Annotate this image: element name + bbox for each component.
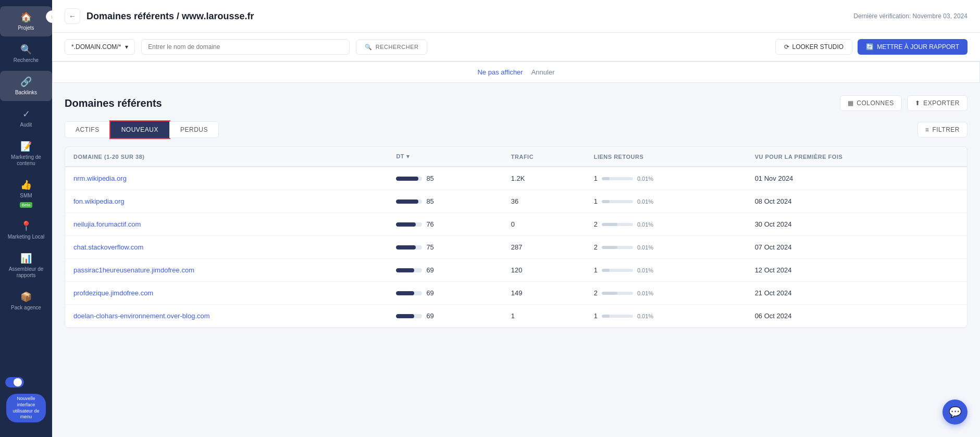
sidebar-item-smm[interactable]: 👍 SMM Beta [0, 174, 52, 213]
looker-studio-button[interactable]: ⟳ LOOKER STUDIO [775, 39, 853, 55]
dt-cell: 75 [388, 236, 502, 259]
domain-link[interactable]: passirac1heureusenature.jimdofree.com [73, 266, 194, 274]
columns-icon: ▦ [848, 99, 854, 107]
liens-count: 1 [594, 312, 598, 320]
sidebar-item-recherche[interactable]: 🔍 Recherche [0, 39, 52, 69]
last-check: Dernière vérification: Novembre 03, 2024 [853, 13, 967, 20]
export-icon: ⬆ [915, 99, 921, 107]
sidebar-item-marketing-contenu[interactable]: 📝 Marketing de contenu [0, 135, 52, 172]
trafic-cell: 120 [503, 259, 586, 282]
domain-link[interactable]: profdezique.jimdofree.com [73, 289, 153, 297]
tab-nouveaux[interactable]: NOUVEAUX [110, 121, 169, 138]
col-liens-retours: LIENS RETOURS [586, 147, 747, 167]
domain-cell: profdezique.jimdofree.com [65, 282, 388, 305]
dt-bar [396, 314, 414, 318]
dt-bar [396, 291, 414, 295]
col-dt[interactable]: DT ▾ [388, 147, 502, 167]
back-button[interactable]: ← [65, 8, 80, 24]
domain-link[interactable]: nrm.wikipedia.org [73, 174, 127, 182]
liens-count: 1 [594, 266, 598, 274]
domain-search-input[interactable] [141, 39, 350, 55]
domain-link[interactable]: neilujia.forumactif.com [73, 220, 141, 228]
sidebar-item-label: Pack agence [11, 305, 41, 311]
liens-pct: 0.01% [637, 290, 653, 296]
trafic-cell: 1.2K [503, 167, 586, 190]
sidebar-item-label: SMM [20, 193, 32, 199]
sidebar-item-label: Marketing de contenu [3, 154, 49, 167]
section-header: Domaines référents ▦ COLONNES ⬆ EXPORTER [65, 95, 967, 111]
domain-link[interactable]: chat.stackoverflow.com [73, 243, 143, 251]
dt-value: 85 [426, 197, 433, 205]
domains-table-container: DOMAINE (1-20 SUR 38) DT ▾ TRAFIC LIENS … [65, 146, 967, 328]
dt-bar-container [396, 291, 422, 295]
columns-button[interactable]: ▦ COLONNES [840, 95, 902, 111]
domain-link[interactable]: doelan-clohars-environnement.over-blog.c… [73, 312, 210, 320]
section-actions: ▦ COLONNES ⬆ EXPORTER [840, 95, 967, 111]
links-bar [602, 200, 610, 203]
sidebar-item-label: Marketing Local [8, 234, 45, 240]
dt-bar-container [396, 199, 422, 204]
annuler-link[interactable]: Annuler [531, 68, 555, 76]
trafic-cell: 36 [503, 190, 586, 213]
toolbar-right: ⟳ LOOKER STUDIO 🔄 METTRE À JOUR RAPPORT [775, 39, 967, 55]
date-cell: 12 Oct 2024 [747, 259, 967, 282]
dt-value: 69 [426, 312, 433, 320]
tab-perdus[interactable]: PERDUS [169, 121, 219, 138]
dt-bar [396, 222, 416, 227]
dt-value: 85 [426, 174, 433, 182]
tab-actifs[interactable]: ACTIFS [65, 121, 110, 138]
table-row: passirac1heureusenature.jimdofree.com 69… [65, 259, 967, 282]
domain-cell: nrm.wikipedia.org [65, 167, 388, 190]
sidebar-item-label: Audit [20, 122, 32, 128]
domain-cell: doelan-clohars-environnement.over-blog.c… [65, 305, 388, 328]
page-title: Domaines référents / www.larousse.fr [86, 11, 254, 22]
sidebar-item-marketing-local[interactable]: 📍 Marketing Local [0, 215, 52, 245]
liens-retours-cell: 1 0.01% [586, 190, 747, 213]
dt-bar [396, 245, 416, 249]
liens-count: 1 [594, 174, 598, 182]
dt-cell: 85 [388, 167, 502, 190]
domain-link[interactable]: fon.wikipedia.org [73, 197, 125, 205]
sidebar-item-backlinks[interactable]: 🔗 Backlinks [0, 71, 52, 101]
dt-value: 69 [426, 289, 433, 297]
dt-bar-container [396, 245, 422, 249]
liens-pct: 0.01% [637, 176, 653, 182]
sidebar-item-projets[interactable]: 🏠 Projets [0, 6, 52, 36]
report-icon: 📊 [20, 253, 32, 264]
home-icon: 🏠 [20, 11, 32, 23]
table-row: nrm.wikipedia.org 85 1.2K 1 0.01% 01 Nov… [65, 167, 967, 190]
dt-bar [396, 199, 418, 204]
liens-retours-cell: 1 0.01% [586, 259, 747, 282]
tabs: ACTIFS NOUVEAUX PERDUS [65, 121, 219, 138]
links-bar [602, 177, 610, 180]
notification-bar: Ne pas afficher Annuler [52, 61, 980, 83]
toolbar: *.DOMAIN.COM/* ▾ 🔍 RECHERCHER ⟳ LOOKER S… [52, 33, 980, 61]
dt-bar [396, 268, 414, 272]
chat-bubble[interactable]: 💬 [942, 399, 967, 424]
links-bar-container [602, 315, 633, 318]
dt-cell: 69 [388, 282, 502, 305]
export-button[interactable]: ⬆ EXPORTER [907, 95, 967, 111]
search-button[interactable]: 🔍 RECHERCHER [356, 40, 427, 55]
new-interface-btn[interactable]: Nouvelle interface utilisateur de menu [6, 394, 46, 422]
pack-icon: 📦 [20, 291, 32, 303]
smm-icon: 👍 [20, 179, 32, 191]
sidebar-item-assembleur[interactable]: 📊 Assembleur de rapports [0, 247, 52, 284]
domain-cell: passirac1heureusenature.jimdofree.com [65, 259, 388, 282]
table-header-row: DOMAINE (1-20 SUR 38) DT ▾ TRAFIC LIENS … [65, 147, 967, 167]
filter-button[interactable]: ≡ FILTRER [917, 122, 967, 138]
links-bar-container [602, 292, 633, 295]
search-icon: 🔍 [365, 44, 373, 51]
interface-toggle[interactable] [5, 377, 24, 388]
links-bar-container [602, 269, 633, 272]
sidebar: › 🏠 Projets 🔍 Recherche 🔗 Backlinks ✓ Au… [0, 0, 52, 437]
liens-pct: 0.01% [637, 221, 653, 228]
domain-filter-select[interactable]: *.DOMAIN.COM/* ▾ [65, 39, 135, 55]
liens-pct: 0.01% [637, 244, 653, 251]
ne-pas-afficher-link[interactable]: Ne pas afficher [477, 68, 523, 76]
update-report-button[interactable]: 🔄 METTRE À JOUR RAPPORT [858, 39, 967, 55]
date-cell: 08 Oct 2024 [747, 190, 967, 213]
table-row: profdezique.jimdofree.com 69 149 2 0.01%… [65, 282, 967, 305]
sidebar-item-pack-agence[interactable]: 📦 Pack agence [0, 286, 52, 316]
sidebar-item-audit[interactable]: ✓ Audit [0, 103, 52, 133]
